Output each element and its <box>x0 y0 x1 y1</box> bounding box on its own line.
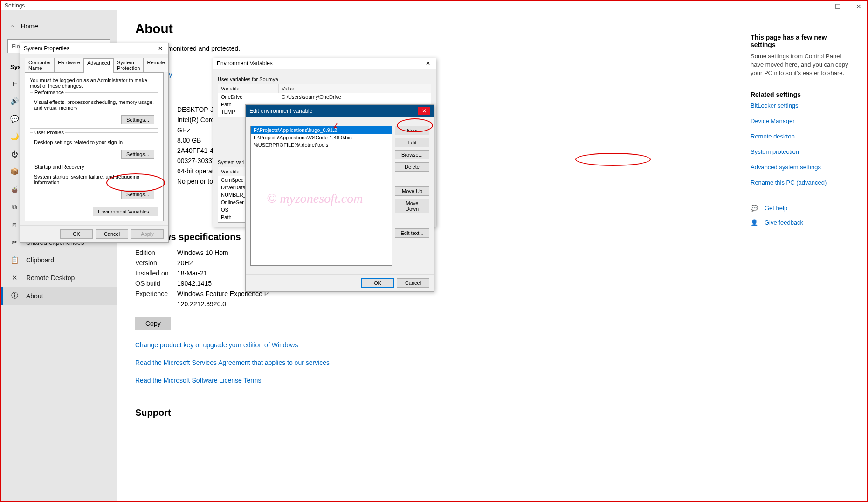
services-agreement-link[interactable]: Read the Microsoft Services Agreement th… <box>135 359 848 366</box>
device-manager-link[interactable]: Device Manager <box>751 117 853 124</box>
tab-remote[interactable]: Remote <box>143 58 169 72</box>
multitasking-icon: ⧉ <box>10 203 19 211</box>
page-title: About <box>135 21 848 36</box>
environment-variables-button[interactable]: Environment Variables... <box>93 207 158 216</box>
performance-settings-button[interactable]: Settings... <box>121 115 154 124</box>
tab-advanced[interactable]: Advanced <box>83 58 114 73</box>
clipboard-icon: 📋 <box>10 256 19 264</box>
startup-settings-button[interactable]: Settings... <box>121 190 154 199</box>
sysprop-apply-button[interactable]: Apply <box>131 229 164 239</box>
help-icon: 💬 <box>751 205 759 212</box>
editenv-ok-button[interactable]: OK <box>361 278 394 288</box>
envvars-close-button[interactable]: ✕ <box>424 60 432 67</box>
system-properties-dialog: System Properties ✕ Computer Name Hardwa… <box>20 43 169 243</box>
tab-hardware[interactable]: Hardware <box>54 58 84 72</box>
list-item[interactable]: F:\Projects\Applications\hugo_0.91.2 <box>251 126 392 134</box>
storage-icon: 📦 <box>10 167 19 176</box>
remote-icon: ✕ <box>10 274 19 282</box>
sidebar-item-clipboard[interactable]: 📋Clipboard <box>1 251 117 269</box>
sidebar-item-about[interactable]: ⓘAbout <box>1 287 117 305</box>
about-icon: ⓘ <box>10 291 19 300</box>
user-profiles-group: User Profiles Desktop settings related t… <box>30 132 158 163</box>
right-panel: This page has a few new settings Some se… <box>751 34 853 234</box>
license-terms-link[interactable]: Read the Microsoft Software License Term… <box>135 377 848 384</box>
change-product-key-link[interactable]: Change product key or upgrade your editi… <box>135 341 848 349</box>
notifications-icon: 💬 <box>10 115 19 123</box>
tablet-icon: 🧉 <box>10 185 19 193</box>
related-title: Related settings <box>751 91 853 98</box>
path-list[interactable]: F:\Projects\Applications\hugo_0.91.2 F:\… <box>250 126 392 266</box>
rename-pc-link[interactable]: Rename this PC (advanced) <box>751 179 853 186</box>
copy-button[interactable]: Copy <box>135 317 171 330</box>
new-button[interactable]: New <box>395 126 429 135</box>
minimize-button[interactable]: — <box>811 2 823 11</box>
sidebar-item-remote[interactable]: ✕Remote Desktop <box>1 269 117 287</box>
editenv-titlebar: Edit environment variable ✕ <box>246 105 434 117</box>
advanced-system-settings-link[interactable]: Advanced system settings <box>751 164 853 171</box>
profiles-settings-button[interactable]: Settings... <box>121 150 154 159</box>
shared-icon: ✂ <box>10 238 19 247</box>
editenv-cancel-button[interactable]: Cancel <box>397 278 429 288</box>
home-icon: ⌂ <box>10 22 14 30</box>
give-feedback-link[interactable]: 👤Give feedback <box>751 219 853 226</box>
list-item[interactable]: %USERPROFILE%\.dotnet\tools <box>251 141 392 149</box>
tab-computer-name[interactable]: Computer Name <box>25 58 55 72</box>
edit-env-dialog: Edit environment variable ✕ F:\Projects\… <box>245 104 434 292</box>
win-spec-list: EditionWindows 10 Hom Version20H2 Instal… <box>135 249 848 308</box>
focus-icon: 🌙 <box>10 132 19 141</box>
home-label: Home <box>21 22 38 30</box>
list-item[interactable]: F:\Projects\Applications\VSCode-1.48.0\b… <box>251 134 392 141</box>
tab-system-protection[interactable]: System Protection <box>113 58 144 72</box>
sysprop-titlebar: System Properties ✕ <box>20 43 168 54</box>
display-icon: 🖥 <box>10 80 19 88</box>
feedback-icon: 👤 <box>751 219 759 226</box>
editenv-close-button[interactable]: ✕ <box>418 107 430 115</box>
edit-button[interactable]: Edit <box>395 138 429 147</box>
admin-note: You must be logged on as an Administrato… <box>30 77 158 89</box>
close-button[interactable]: ✕ <box>853 2 864 11</box>
move-up-button[interactable]: Move Up <box>395 186 429 196</box>
power-icon: ⏻ <box>10 150 19 158</box>
new-settings-body: Some settings from Control Panel have mo… <box>751 52 853 78</box>
get-help-link[interactable]: 💬Get help <box>751 205 853 212</box>
protection-status: Your PC is monitored and protected. <box>135 45 848 52</box>
edit-text-button[interactable]: Edit text... <box>395 228 429 238</box>
browse-button[interactable]: Browse... <box>395 150 429 159</box>
maximize-button[interactable]: ☐ <box>832 2 844 11</box>
performance-group: Performance Visual effects, processor sc… <box>30 92 158 129</box>
win-spec-title: Windows specifications <box>135 232 848 242</box>
user-vars-label: User variables for Soumya <box>218 76 431 82</box>
startup-group: Startup and Recovery System startup, sys… <box>30 167 158 203</box>
sysprop-ok-button[interactable]: OK <box>60 229 93 239</box>
sysprop-close-button[interactable]: ✕ <box>156 45 165 52</box>
system-protection-link[interactable]: System protection <box>751 148 853 155</box>
move-down-button[interactable]: Move Down <box>395 199 429 213</box>
sysprop-cancel-button[interactable]: Cancel <box>96 229 128 239</box>
sidebar-home[interactable]: ⌂ Home <box>1 19 117 34</box>
bitlocker-link[interactable]: BitLocker settings <box>751 102 853 109</box>
envvars-titlebar: Environment Variables ✕ <box>213 58 436 69</box>
delete-button[interactable]: Delete <box>395 162 429 172</box>
remote-desktop-link[interactable]: Remote desktop <box>751 133 853 140</box>
window-title: Settings <box>5 2 25 9</box>
projecting-icon: ⧈ <box>10 220 19 229</box>
sysprop-tabs: Computer Name Hardware Advanced System P… <box>25 58 164 73</box>
sound-icon: 🔊 <box>10 97 19 105</box>
support-title: Support <box>135 407 848 418</box>
new-settings-title: This page has a few new settings <box>751 34 853 48</box>
titlebar: Settings — ☐ ✕ <box>1 1 867 10</box>
